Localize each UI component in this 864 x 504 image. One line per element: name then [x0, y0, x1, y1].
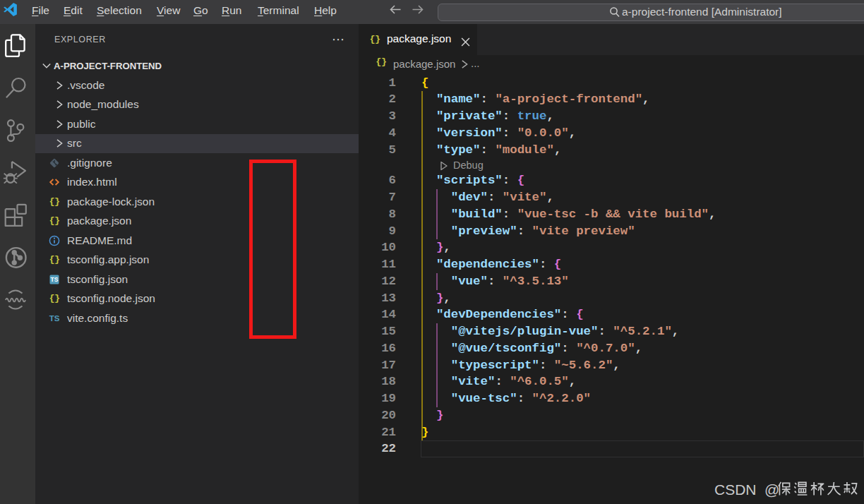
- svg-text:TS: TS: [51, 276, 59, 283]
